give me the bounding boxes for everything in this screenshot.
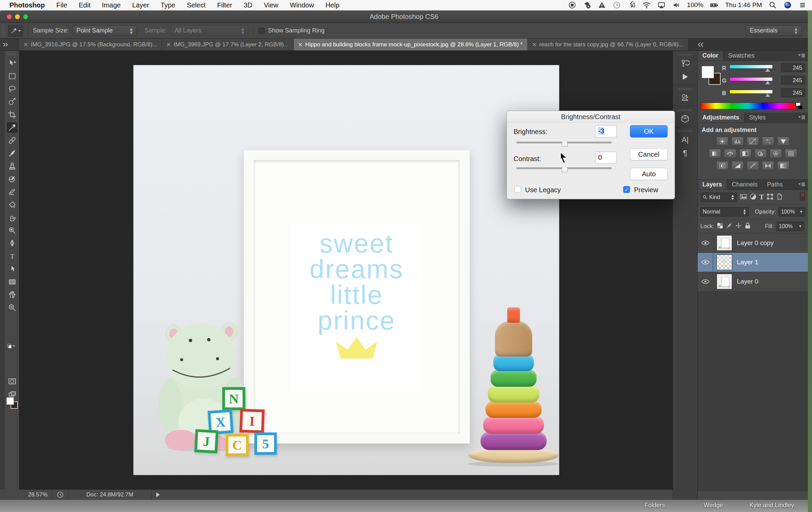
tab-swatches[interactable]: Swatches (723, 51, 759, 61)
volume-icon[interactable] (672, 1, 680, 9)
color-lookup-adjustment-icon[interactable] (785, 149, 797, 158)
rectangle-tool[interactable] (7, 277, 17, 287)
sample-select[interactable]: All Layers▲▼ (171, 25, 249, 36)
blue-value-field[interactable]: 245 (781, 88, 805, 97)
menubar-clock[interactable]: Thu 1:46 PM (725, 1, 762, 9)
cancel-button[interactable]: Cancel (630, 148, 668, 160)
black-white-adjustment-icon[interactable] (739, 149, 751, 158)
exposure-adjustment-icon[interactable] (762, 137, 774, 146)
menu-layer[interactable]: Layer (132, 1, 149, 9)
properties-panel-icon[interactable] (677, 92, 693, 104)
actions-panel-icon[interactable] (677, 71, 693, 83)
brightness-contrast-dialog[interactable]: Brightness/Contrast Brightness: -3 Contr… (506, 111, 675, 199)
color-balance-adjustment-icon[interactable] (724, 149, 736, 158)
zoom-level-field[interactable]: 28.57% (28, 491, 48, 498)
brush-tool[interactable] (7, 148, 17, 158)
blend-mode-select[interactable]: Normal▲▼ (700, 207, 749, 217)
menu-select[interactable]: Select (187, 1, 206, 9)
menu-edit[interactable]: Edit (79, 1, 90, 9)
tab-layers[interactable]: Layers (698, 180, 727, 190)
pen-tool[interactable] (7, 238, 17, 248)
alert-icon[interactable] (598, 1, 606, 9)
document-tab[interactable]: IMG_3916.JPG @ 17.5% (Background, RGB/8)… (19, 39, 162, 50)
brightness-contrast-adjustment-icon[interactable] (716, 137, 728, 146)
time-machine-icon[interactable] (613, 1, 621, 9)
notification-center-icon[interactable] (798, 1, 807, 9)
opacity-field[interactable]: 100%▼ (779, 207, 805, 217)
panel-foreground-swatch[interactable] (702, 66, 714, 78)
doc-size-readout[interactable]: Doc: 24.8M/92.7M (73, 491, 147, 498)
menu-type[interactable]: Type (161, 1, 175, 9)
gradient-map-adjustment-icon[interactable] (762, 161, 774, 170)
history-panel-icon[interactable] (677, 57, 693, 69)
dodge-tool[interactable] (7, 225, 17, 236)
eraser-tool[interactable] (7, 187, 17, 197)
hue-saturation-adjustment-icon[interactable] (709, 149, 721, 158)
siri-icon[interactable] (784, 1, 792, 9)
layer-filter-kind-select[interactable]: Kind▲▼ (700, 193, 737, 202)
menu-image[interactable]: Image (102, 1, 121, 9)
filter-shape-layers-icon[interactable] (767, 193, 773, 201)
status-flyout-arrow[interactable] (156, 492, 160, 497)
contrast-field[interactable]: 0 (595, 152, 617, 164)
document-tab-active[interactable]: Hippo and building blocks frame mock-up_… (294, 39, 528, 50)
collapse-icon-dock-button[interactable] (689, 39, 713, 50)
use-legacy-checkbox[interactable] (514, 186, 521, 193)
layer-row-layer1-selected[interactable]: sw Layer 1 (698, 253, 808, 272)
filter-pixel-layers-icon[interactable] (740, 193, 747, 201)
wifi-icon[interactable] (642, 1, 651, 9)
workspace-select[interactable]: Essentials▲▼ (746, 25, 802, 36)
ok-button[interactable]: OK (630, 125, 668, 137)
sample-size-select[interactable]: Point Sample▲▼ (73, 25, 137, 36)
history-brush-tool[interactable] (7, 174, 17, 184)
fill-field[interactable]: 100%▼ (776, 222, 804, 231)
clone-stamp-tool[interactable] (7, 161, 17, 171)
move-tool[interactable] (7, 58, 17, 68)
lock-transparency-icon[interactable] (717, 223, 723, 230)
window-titlebar[interactable]: Adobe Photoshop CS6 (0, 10, 808, 23)
hand-tool[interactable] (7, 290, 17, 300)
brightness-field[interactable]: -3 (595, 125, 617, 137)
desktop-icon-label[interactable]: Folders (645, 502, 665, 509)
3d-panel-icon[interactable] (677, 113, 693, 125)
status-clock-icon[interactable] (56, 491, 64, 499)
lock-all-icon[interactable] (745, 222, 751, 230)
tab-color[interactable]: Color (698, 51, 723, 61)
desktop-icon-label[interactable]: Wedge (704, 502, 723, 509)
preview-checkbox[interactable]: ✓ (623, 186, 630, 193)
photo-filter-adjustment-icon[interactable] (754, 149, 767, 158)
selective-color-adjustment-icon[interactable] (777, 161, 789, 170)
spectrum-black-swatch[interactable] (798, 106, 803, 109)
levels-adjustment-icon[interactable] (731, 137, 744, 146)
layer-filter-toggle[interactable] (800, 192, 805, 202)
collapse-panel-dock-button[interactable] (713, 39, 812, 50)
menu-file[interactable]: File (56, 1, 67, 9)
dialog-title[interactable]: Brightness/Contrast (507, 111, 675, 123)
layer-visibility-toggle[interactable] (698, 253, 713, 272)
menu-photoshop[interactable]: Photoshop (9, 1, 45, 9)
options-grip[interactable] (2, 25, 5, 37)
menu-view[interactable]: View (264, 1, 278, 9)
paragraph-panel-icon[interactable]: ¶ (677, 147, 693, 159)
character-panel-icon[interactable]: A| (677, 134, 693, 146)
tab-channels[interactable]: Channels (727, 180, 762, 190)
layer-name[interactable]: Layer 0 copy (737, 239, 774, 247)
dropbox-icon[interactable] (583, 1, 591, 9)
layers-panel-menu-icon[interactable] (798, 180, 808, 190)
vibrance-adjustment-icon[interactable] (777, 137, 789, 146)
swap-colors-icon[interactable] (7, 344, 16, 351)
document-tab[interactable]: IMG_3969.JPG @ 17.7% (Layer 2, RGB/8)... (162, 39, 293, 50)
layer-name[interactable]: Layer 1 (737, 259, 758, 266)
menu-help[interactable]: Help (325, 1, 339, 9)
foreground-color-swatch[interactable] (6, 397, 14, 405)
quick-selection-tool[interactable] (7, 97, 17, 107)
filter-adjustment-layers-icon[interactable] (750, 193, 757, 201)
type-tool[interactable]: T (7, 251, 17, 261)
layer-name[interactable]: Layer 0 (737, 278, 758, 285)
rectangular-marquee-tool[interactable] (7, 71, 17, 81)
tab-styles[interactable]: Styles (744, 113, 770, 123)
tab-adjustments[interactable]: Adjustments (698, 113, 744, 123)
quick-mask-button[interactable] (7, 376, 17, 386)
menu-3d[interactable]: 3D (244, 1, 252, 9)
eyedropper-tool[interactable] (7, 123, 17, 133)
